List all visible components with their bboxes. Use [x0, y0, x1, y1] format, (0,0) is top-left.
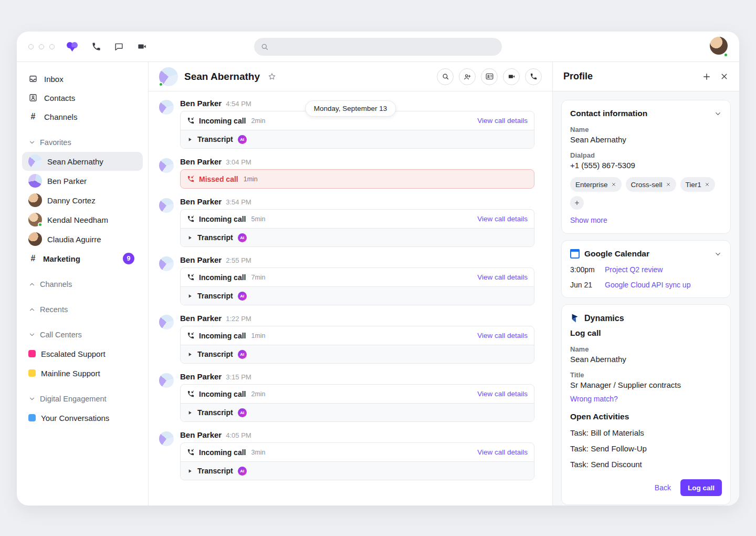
- sidebar-item-marketing[interactable]: # Marketing 9: [22, 249, 143, 268]
- wrong-match-link[interactable]: Wrong match?: [570, 395, 618, 403]
- call-card: Incoming call 3min View call details Tra…: [180, 442, 534, 480]
- favorite-label: Claudia Aguirre: [47, 235, 101, 244]
- search-in-conversation-button[interactable]: [437, 68, 454, 85]
- view-call-details-link[interactable]: View call details: [477, 215, 528, 223]
- channel-label: Your Conversations: [41, 414, 109, 422]
- search-icon: [442, 73, 449, 80]
- favorite-star-icon[interactable]: [267, 72, 277, 81]
- task-item: Task: Send Follow-Up: [570, 444, 722, 453]
- contact-card-button[interactable]: [481, 68, 498, 85]
- channel-label: Mainline Support: [41, 369, 100, 378]
- incoming-call-icon: [187, 273, 195, 281]
- timestamp: 2:55 PM: [226, 256, 251, 264]
- close-panel-button[interactable]: [720, 72, 729, 81]
- window-dot[interactable]: [39, 44, 44, 49]
- view-call-details-link[interactable]: View call details: [477, 448, 528, 456]
- timestamp: 1:22 PM: [226, 315, 251, 323]
- video-icon[interactable]: [136, 42, 148, 51]
- sidebar-item-sean-abernathy[interactable]: Sean Abernathy: [22, 152, 143, 171]
- transcript-label: Transcript: [197, 408, 233, 417]
- phone-icon[interactable]: [91, 42, 101, 51]
- incoming-call-icon: [187, 390, 195, 398]
- presence-dot: [38, 222, 43, 227]
- avatar: [28, 174, 42, 188]
- sidebar-item-escalated-support[interactable]: Escalated Support: [22, 344, 143, 363]
- transcript-label: Transcript: [197, 292, 233, 300]
- sidebar-item-label: Channels: [44, 112, 77, 121]
- transcript-label: Transcript: [197, 350, 233, 358]
- presence-dot: [723, 53, 728, 57]
- back-link[interactable]: Back: [655, 483, 671, 492]
- calendar-event: Jun 21 Google Cloud API sync up: [570, 281, 722, 289]
- window-dot[interactable]: [28, 44, 34, 49]
- section-call-centers[interactable]: Call Centers: [17, 326, 148, 344]
- sidebar-item-inbox[interactable]: Inbox: [17, 69, 148, 88]
- channel-color-swatch: [28, 350, 36, 357]
- sidebar-item-ben-parker[interactable]: Ben Parker: [22, 171, 143, 190]
- event-link[interactable]: Google Cloud API sync up: [605, 281, 690, 289]
- sender-name: Ben Parker: [180, 197, 222, 206]
- show-more-link[interactable]: Show more: [570, 216, 607, 224]
- transcript-row[interactable]: Transcript AI: [181, 461, 534, 480]
- remove-tag-icon[interactable]: [705, 182, 710, 187]
- section-digital-engagement[interactable]: Digital Engagement: [17, 390, 148, 408]
- user-avatar[interactable]: [710, 37, 728, 57]
- sidebar-item-danny-cortez[interactable]: Danny Cortez: [22, 191, 143, 210]
- add-person-button[interactable]: [459, 68, 476, 85]
- add-integration-button[interactable]: [702, 72, 711, 81]
- ai-icon: AI: [238, 350, 247, 359]
- ai-icon: AI: [238, 135, 247, 144]
- remove-tag-icon[interactable]: [666, 182, 671, 187]
- transcript-row[interactable]: Transcript AI: [181, 130, 534, 148]
- global-search[interactable]: [254, 38, 502, 56]
- call-button[interactable]: [525, 68, 542, 85]
- ai-icon: AI: [238, 408, 247, 417]
- favorite-label: Danny Cortez: [47, 196, 96, 205]
- transcript-row[interactable]: Transcript AI: [181, 228, 534, 246]
- collapse-card-button[interactable]: [714, 110, 722, 118]
- incoming-call-icon: [187, 448, 195, 456]
- add-tag-button[interactable]: [570, 196, 584, 210]
- transcript-row[interactable]: Transcript AI: [181, 403, 534, 421]
- transcript-row[interactable]: Transcript AI: [181, 345, 534, 363]
- chat-icon[interactable]: [114, 42, 124, 51]
- remove-tag-icon[interactable]: [611, 182, 616, 187]
- task-item: Task: Send Discount: [570, 460, 722, 469]
- incoming-call-icon: [187, 117, 195, 125]
- avatar: [159, 67, 178, 86]
- play-icon: [187, 410, 193, 416]
- section-label: Recents: [40, 305, 68, 314]
- contact-phone: +1 (555) 867-5309: [570, 161, 722, 170]
- sidebar-item-kendal-needham[interactable]: Kendal Needham: [22, 210, 143, 229]
- ai-icon: AI: [238, 233, 247, 242]
- sidebar-item-channels[interactable]: # Channels: [17, 107, 148, 126]
- incoming-call-icon: [187, 332, 195, 339]
- view-call-details-link[interactable]: View call details: [477, 117, 528, 125]
- event-link[interactable]: Project Q2 review: [605, 265, 663, 274]
- message-list[interactable]: Monday, September 13 Ben Parker 4:54 PM …: [149, 91, 552, 506]
- window-controls[interactable]: [28, 44, 55, 49]
- section-favorites[interactable]: Favorites: [17, 133, 148, 151]
- play-icon: [187, 468, 193, 474]
- sidebar-item-mainline-support[interactable]: Mainline Support: [22, 364, 143, 383]
- chevron-down-icon: [28, 139, 36, 146]
- view-call-details-link[interactable]: View call details: [477, 390, 528, 398]
- inbox-icon: [28, 74, 38, 84]
- dialpad-logo: [65, 41, 79, 53]
- favorite-label: Kendal Needham: [47, 215, 108, 224]
- sidebar-item-claudia-aguirre[interactable]: Claudia Aguirre: [22, 230, 143, 249]
- sidebar-item-your-conversations[interactable]: Your Conversations: [22, 408, 143, 427]
- sidebar-item-contacts[interactable]: Contacts: [17, 88, 148, 107]
- field-label: Title: [570, 371, 722, 379]
- video-call-button[interactable]: [503, 68, 520, 85]
- section-channels[interactable]: Channels: [17, 275, 148, 293]
- view-call-details-link[interactable]: View call details: [477, 332, 528, 339]
- window-dot[interactable]: [49, 44, 55, 49]
- search-input[interactable]: [273, 43, 496, 51]
- log-call-button[interactable]: Log call: [680, 479, 722, 496]
- view-call-details-link[interactable]: View call details: [477, 273, 528, 281]
- section-recents[interactable]: Recents: [17, 301, 148, 318]
- sender-name: Ben Parker: [180, 430, 222, 439]
- transcript-row[interactable]: Transcript AI: [181, 286, 534, 305]
- collapse-card-button[interactable]: [714, 250, 722, 258]
